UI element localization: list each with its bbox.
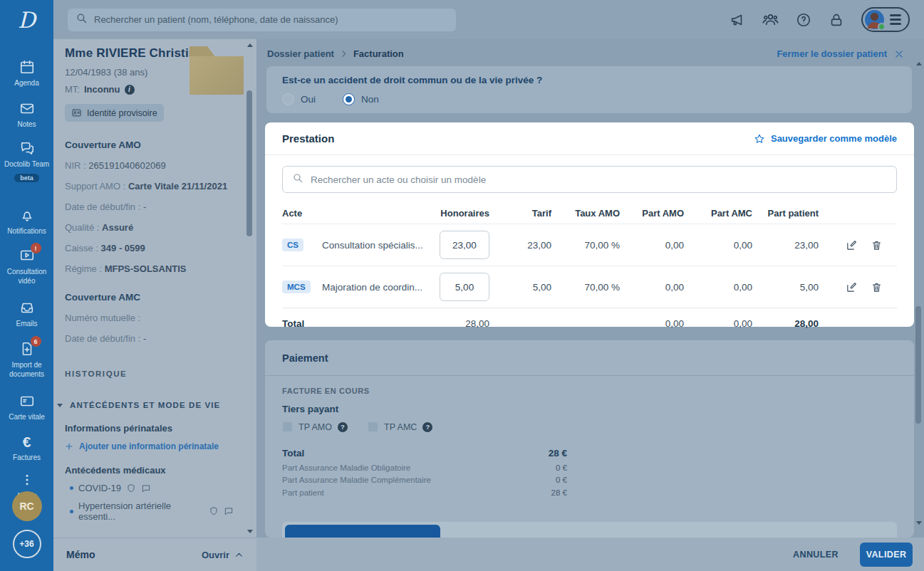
card-icon	[19, 392, 36, 409]
main-content: Dossier patient Facturation Fermer le do…	[256, 39, 924, 538]
antecedent-item[interactable]: Hypertension artérielle essenti...	[65, 501, 234, 522]
edit-icon[interactable]	[846, 239, 858, 251]
prestation-row-cs: CS Consultation spécialis... 23,00 70,00…	[282, 224, 897, 266]
amo-section-title: Couverture AMO	[65, 140, 234, 150]
search-icon	[76, 12, 88, 27]
comment-icon[interactable]	[224, 506, 234, 516]
doctolib-logo[interactable]: D	[0, 4, 53, 36]
sidebar-item-consultation-video[interactable]: ! Consultation vidéo	[0, 247, 53, 286]
total-part-amo: 0,00	[620, 318, 684, 329]
tp-amc-option[interactable]: TP AMC	[368, 421, 432, 432]
patient-search-input[interactable]	[94, 14, 448, 25]
help-icon[interactable]	[796, 12, 811, 28]
account-menu[interactable]	[861, 7, 910, 32]
scroll-down-arrow[interactable]	[247, 530, 253, 533]
trash-icon[interactable]	[871, 281, 883, 293]
main-scrollbar[interactable]	[915, 39, 923, 538]
acte-search[interactable]	[282, 166, 897, 193]
euro-icon: €	[19, 433, 36, 450]
sidebar-item-factures[interactable]: € Factures	[0, 433, 53, 463]
taux-amo-value: 70,00 %	[551, 282, 620, 293]
part-patient-value: 5,00	[752, 282, 819, 293]
edit-icon[interactable]	[846, 281, 858, 293]
tp-amo-option[interactable]: TP AMO	[282, 421, 348, 432]
sidebar-item-doctolib-team[interactable]: Doctolib Team beta	[0, 140, 53, 182]
add-perinatal-link[interactable]: Ajouter une information périnatale	[65, 441, 234, 451]
envelope-icon	[19, 100, 36, 117]
radio-selected[interactable]	[343, 93, 355, 105]
identity-status-badge: Identité provisoire	[65, 104, 164, 122]
part-amc-value: 0,00	[684, 240, 752, 251]
amo-row: Qualité : Assuré	[65, 222, 234, 233]
scrollbar-thumb[interactable]	[915, 306, 921, 424]
topbar	[53, 0, 924, 39]
acte-search-input[interactable]	[311, 174, 887, 185]
inbox-icon	[19, 299, 36, 316]
close-patient-file-button[interactable]: Fermer le dossier patient	[777, 48, 904, 59]
id-card-icon	[71, 108, 82, 118]
sidebar-item-notes[interactable]: Notes	[0, 100, 53, 130]
menu-icon	[890, 14, 901, 24]
patient-panel: Mme RIVIERE Christine 12/04/1983 (38 ans…	[53, 39, 256, 538]
honoraires-input[interactable]	[440, 231, 489, 259]
lock-icon[interactable]	[829, 12, 844, 28]
radio-unselected[interactable]	[282, 93, 294, 105]
validate-button[interactable]: VALIDER	[860, 543, 913, 567]
phone-extension-badge[interactable]: +36	[13, 530, 41, 558]
shield-icon[interactable]	[126, 483, 136, 493]
memo-open-button[interactable]: Ouvrir	[202, 550, 244, 560]
user-avatar[interactable]: RC	[12, 491, 42, 521]
sidebar-item-notifications[interactable]: Notifications	[0, 206, 53, 236]
sidebar-item-agenda[interactable]: Agenda	[0, 58, 53, 88]
trash-icon[interactable]	[871, 239, 883, 251]
payment-totals: Total28 € Part Assurance Maladie Obligat…	[282, 448, 567, 498]
vertical-dots-icon	[19, 471, 36, 488]
cancel-button[interactable]: ANNULER	[793, 550, 839, 560]
chevron-up-icon	[234, 550, 244, 560]
scroll-up-arrow[interactable]	[247, 43, 253, 47]
scroll-up-arrow[interactable]	[916, 62, 922, 66]
tp-amo-checkbox[interactable]	[282, 421, 293, 432]
patient-search[interactable]	[68, 9, 456, 31]
info-icon[interactable]	[125, 85, 135, 95]
antecedents-section-toggle[interactable]: ANTÉCÉDENTS ET MODE DE VIE	[57, 401, 234, 409]
amo-row: Support AMO : Carte Vitale 21/11/2021	[65, 181, 234, 192]
radio-option-oui[interactable]: Oui	[282, 93, 316, 105]
historique-section[interactable]: HISTORIQUE	[65, 370, 234, 378]
triangle-down-icon	[57, 404, 63, 407]
help-icon[interactable]	[338, 422, 348, 432]
prestation-title: Prestation	[282, 132, 334, 145]
paiement-title: Paiement	[282, 352, 328, 364]
patient-panel-scrollbar[interactable]	[246, 41, 254, 536]
tarif-value: 5,00	[489, 282, 551, 293]
breadcrumb-dossier-patient[interactable]: Dossier patient	[267, 48, 334, 59]
help-icon[interactable]	[422, 422, 432, 432]
tarif-value: 23,00	[489, 240, 551, 251]
acte-code-badge: CS	[282, 239, 303, 251]
tiers-payant-label: Tiers payant	[282, 404, 897, 414]
radio-option-non[interactable]: Non	[343, 93, 379, 105]
breadcrumb: Dossier patient Facturation	[267, 48, 404, 59]
sidebar-item-carte-vitale[interactable]: Carte vitale	[0, 392, 53, 422]
amc-section-title: Couverture AMC	[65, 292, 234, 303]
total-honoraires: 28,00	[440, 318, 489, 329]
action-footer: ANNULER VALIDER	[256, 538, 924, 571]
shield-icon[interactable]	[209, 506, 219, 516]
topbar-icons	[730, 7, 910, 32]
scroll-down-arrow[interactable]	[916, 521, 922, 525]
amc-row: Date de début/fin : -	[65, 333, 234, 344]
users-icon[interactable]	[762, 11, 779, 28]
payment-action-button[interactable]	[285, 525, 440, 538]
save-as-template-button[interactable]: Sauvegarder comme modèle	[754, 133, 897, 145]
antecedent-item[interactable]: COVID-19	[65, 483, 234, 493]
breadcrumb-facturation: Facturation	[353, 48, 404, 59]
tp-amc-checkbox[interactable]	[368, 421, 378, 432]
plus-icon	[65, 442, 73, 451]
comment-icon[interactable]	[141, 483, 151, 493]
megaphone-icon[interactable]	[730, 12, 745, 28]
amo-row: NIR : 265191040602069	[65, 160, 234, 171]
sidebar-item-import-documents[interactable]: 6 Import de documents	[0, 340, 53, 379]
sidebar-item-emails[interactable]: Emails	[0, 299, 53, 329]
scrollbar-thumb[interactable]	[246, 90, 252, 236]
honoraires-input[interactable]	[440, 273, 489, 301]
